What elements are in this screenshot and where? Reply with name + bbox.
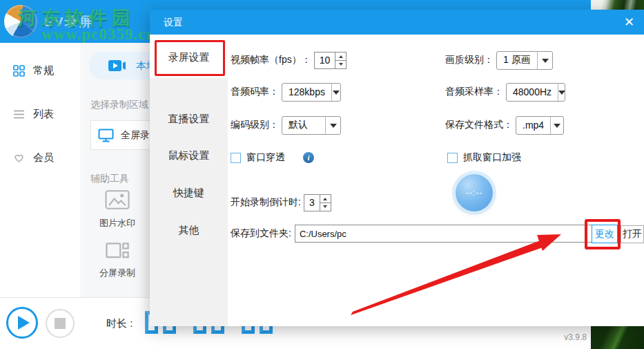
- tool-label: 图片水印: [79, 217, 155, 229]
- sidebar-item-label: 会员: [33, 151, 54, 164]
- capture-enhance-label: 抓取窗口加强: [463, 151, 521, 164]
- tab-mouse-settings[interactable]: 鼠标设置: [150, 149, 228, 162]
- camcorder-icon: [108, 59, 126, 73]
- field-encode-level: 编码级别： 默认: [231, 115, 341, 135]
- dropdown-caret-icon: [537, 52, 552, 69]
- wallpaper-leaf-patch: [590, 326, 644, 349]
- encode-level-dropdown[interactable]: 默认: [282, 116, 341, 135]
- play-icon: [18, 316, 30, 330]
- field-audio-bitrate: 音频码率： 128kbps: [231, 82, 341, 102]
- split-screen-icon: [106, 242, 129, 260]
- dropdown-caret-icon: [325, 117, 340, 134]
- stop-button[interactable]: [46, 309, 75, 338]
- image-icon: [105, 189, 130, 210]
- save-folder-input[interactable]: [295, 225, 602, 243]
- field-video-fps: 视频帧率（fps）： 10: [231, 50, 347, 70]
- sidebar-item-label: 列表: [33, 108, 54, 121]
- field-capture-enhance: 抓取窗口加强: [447, 147, 521, 168]
- file-format-label: 保存文件格式：: [445, 119, 513, 131]
- tab-other[interactable]: 其他: [150, 224, 228, 237]
- audio-bitrate-dropdown[interactable]: 128kbps: [282, 83, 341, 102]
- sidebar-item-list[interactable]: 列表: [0, 104, 81, 124]
- dropdown-caret-icon: [558, 84, 565, 101]
- sidebar-item-general[interactable]: 常规: [0, 60, 81, 81]
- audio-bitrate-label: 音频码率：: [231, 86, 279, 98]
- countdown-spinner[interactable]: 3: [304, 194, 331, 211]
- capture-enhance-checkbox[interactable]: [447, 153, 458, 163]
- sidebar-item-label: 常规: [33, 64, 54, 77]
- spinner-down-icon[interactable]: [320, 202, 331, 211]
- video-fps-spinner[interactable]: 10: [314, 52, 347, 69]
- settings-dialog: 设置 ✕ 录屏设置 直播设置 鼠标设置 快捷键 其他 视频帧率（fps）： 10: [150, 10, 644, 326]
- list-icon: [12, 108, 25, 120]
- dialog-title: 设置: [164, 17, 183, 29]
- tool-image-watermark[interactable]: 图片水印: [79, 189, 155, 229]
- field-file-format: 保存文件格式： .mp4: [445, 115, 564, 135]
- video-fps-label: 视频帧率（fps）：: [231, 54, 311, 66]
- sidebar: 常规 列表 会员: [0, 43, 81, 297]
- floating-timer-widget[interactable]: --:--: [456, 174, 493, 211]
- quality-dropdown[interactable]: 1 原画: [496, 51, 553, 70]
- tool-label: 分屏录制: [79, 267, 155, 279]
- field-countdown: 开始录制倒计时: 3: [231, 192, 331, 213]
- app-title: EV录屏: [44, 13, 93, 31]
- select-area-label: 选择录制区域: [90, 99, 148, 111]
- monitor-icon: [98, 129, 114, 142]
- play-button[interactable]: [6, 307, 38, 339]
- tab-record-settings[interactable]: 录屏设置: [150, 51, 228, 64]
- close-icon[interactable]: ✕: [624, 15, 634, 30]
- dropdown-caret-icon: [550, 117, 563, 134]
- screen: EV录屏 河东软件园 www.pc0359.cn 常规 列表: [0, 0, 644, 349]
- window-penetrate-checkbox[interactable]: [231, 153, 241, 163]
- tab-live-settings[interactable]: 直播设置: [150, 113, 228, 126]
- member-badge-icon: [12, 151, 25, 164]
- window-penetrate-label: 窗口穿透: [246, 151, 285, 164]
- quality-label: 画质级别：: [445, 54, 494, 66]
- dropdown-caret-icon: [331, 84, 340, 101]
- tools-section-label: 辅助工具: [90, 173, 129, 185]
- sample-rate-dropdown[interactable]: 48000Hz: [506, 83, 565, 102]
- spinner-down-icon[interactable]: [335, 60, 346, 68]
- save-folder-label: 保存到文件夹:: [231, 227, 291, 240]
- spinner-up-icon[interactable]: [320, 195, 331, 202]
- grid-icon: [12, 64, 25, 77]
- info-icon[interactable]: [303, 152, 314, 163]
- encode-level-label: 编码级别：: [231, 119, 279, 131]
- duration-label: 时长 :: [106, 317, 133, 330]
- field-save-folder: 保存到文件夹:: [231, 223, 602, 244]
- app-logo-icon: [4, 5, 37, 38]
- file-format-dropdown[interactable]: .mp4: [516, 116, 564, 135]
- tab-hotkeys[interactable]: 快捷键: [150, 187, 228, 200]
- dialog-tabstrip: 录屏设置 直播设置 鼠标设置 快捷键 其他: [150, 35, 228, 326]
- field-window-penetrate: 窗口穿透: [231, 147, 314, 168]
- countdown-label: 开始录制倒计时:: [231, 196, 301, 209]
- dialog-header: 设置 ✕: [150, 10, 644, 35]
- spinner-up-icon[interactable]: [335, 53, 346, 60]
- open-button[interactable]: 打开: [621, 225, 644, 243]
- field-sample-rate: 音频采样率： 48000Hz: [445, 82, 565, 102]
- stop-icon: [55, 318, 66, 329]
- sidebar-item-member[interactable]: 会员: [0, 147, 81, 168]
- change-button[interactable]: 更改: [592, 225, 618, 243]
- tool-split-record[interactable]: 分屏录制: [79, 242, 155, 279]
- app-version: v3.9.8: [564, 332, 587, 342]
- sample-rate-label: 音频采样率：: [445, 86, 503, 98]
- wallpaper-flower-patch: [590, 0, 644, 10]
- field-quality: 画质级别： 1 原画: [445, 50, 553, 70]
